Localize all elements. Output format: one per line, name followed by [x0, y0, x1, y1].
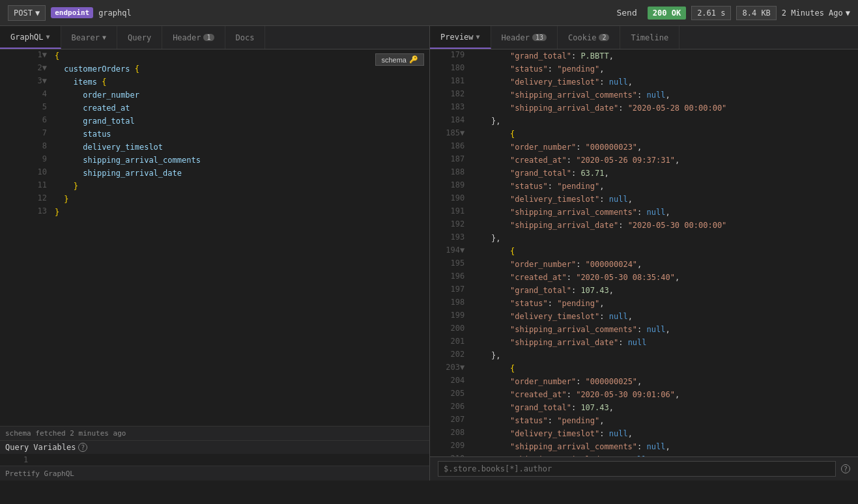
tab-timeline[interactable]: Timeline — [620, 26, 679, 49]
tab-preview[interactable]: Preview ▼ — [430, 26, 491, 49]
response-content[interactable]: 179 "grand_total": P.BBTT,180 "status": … — [430, 49, 858, 456]
response-line: 194▼ { — [430, 245, 858, 258]
response-line-number: 198 — [430, 297, 470, 310]
response-line-number: 185▼ — [430, 128, 470, 141]
bottom-help-icon[interactable]: ? — [841, 464, 850, 473]
response-line-number: 204 — [430, 375, 470, 388]
editor-area[interactable]: schema 🔑 1▼{2▼ customerOrders {3▼ items … — [0, 49, 429, 426]
response-line-code: "status": "pending", — [470, 63, 858, 76]
query-vars-help-icon[interactable]: ? — [78, 443, 87, 452]
response-line-code: }, — [470, 349, 858, 362]
line-code: grand_total — [52, 115, 429, 128]
response-line-number: 191 — [430, 206, 470, 219]
response-line-code: "order_number": "000000024", — [470, 258, 858, 271]
response-line: 202 }, — [430, 349, 858, 362]
tab-bearer[interactable]: Bearer ▼ — [61, 26, 117, 49]
tab-header[interactable]: Header 1 — [162, 26, 225, 49]
query-input[interactable] — [438, 461, 836, 477]
left-tab-bar: GraphQL ▼ Bearer ▼ Query Header 1 Docs — [0, 26, 429, 49]
response-line-code: "grand_total": 107.43, — [470, 401, 858, 414]
response-line-code: "status": "pending", — [470, 297, 858, 310]
tab-graphql-arrow-icon: ▼ — [46, 33, 50, 40]
response-line-code: "shipping_arrival_comments": null, — [470, 323, 858, 336]
response-line-number: 209 — [430, 440, 470, 453]
line-number: 5 — [0, 102, 52, 115]
response-line-code: "grand_total": P.BBTT, — [470, 49, 858, 63]
tab-header-right[interactable]: Header 13 — [491, 26, 558, 49]
editor-line: 2▼ customerOrders { — [0, 63, 429, 76]
response-line: 185▼ { — [430, 128, 858, 141]
line-number: 8 — [0, 141, 52, 154]
editor-line: 6 grand_total — [0, 115, 429, 128]
response-line-number: 200 — [430, 323, 470, 336]
response-line: 205 "created_at": "2020-05-30 09:01:06", — [430, 388, 858, 401]
response-line-number: 201 — [430, 336, 470, 349]
response-line: 180 "status": "pending", — [430, 63, 858, 76]
response-line-code: "delivery_timeslot": null, — [470, 76, 858, 89]
line-number: 10 — [0, 167, 52, 180]
line-code: status — [52, 128, 429, 141]
response-line-code: "shipping_arrival_comments": null, — [470, 440, 858, 453]
response-line-number: 194▼ — [430, 245, 470, 258]
line-number: 3▼ — [0, 76, 52, 89]
prettify-button[interactable]: Prettify GraphQL — [5, 469, 74, 478]
line-code: } — [52, 193, 429, 206]
endpoint-badge[interactable]: endpoint — [51, 7, 93, 18]
response-line: 181 "delivery_timeslot": null, — [430, 76, 858, 89]
response-line: 203▼ { — [430, 362, 858, 375]
header-badge: 1 — [203, 34, 214, 41]
response-line-number: 205 — [430, 388, 470, 401]
send-button[interactable]: Send — [611, 5, 642, 20]
editor-line: 3▼ items { — [0, 76, 429, 89]
response-line: 206 "grand_total": 107.43, — [430, 401, 858, 414]
line-number: 2▼ — [0, 63, 52, 76]
editor-line: 11 } — [0, 180, 429, 193]
response-line-code: "delivery_timeslot": null, — [470, 310, 858, 323]
time-ago-label: 2 Minutes Ago ▼ — [782, 8, 850, 18]
editor-line: 12 } — [0, 193, 429, 206]
tab-docs-label: Docs — [236, 33, 255, 42]
tab-graphql-label: GraphQL — [10, 33, 44, 42]
editor-line: 10 shipping_arrival_date — [0, 167, 429, 180]
method-selector[interactable]: POST ▼ — [8, 5, 46, 21]
response-line: 184 }, — [430, 115, 858, 128]
response-line-number: 187 — [430, 154, 470, 167]
query-var-line: 1 — [0, 454, 429, 466]
line-code: customerOrders { — [52, 63, 429, 76]
response-line: 208 "delivery_timeslot": null, — [430, 427, 858, 440]
url-text[interactable]: graphql — [98, 8, 132, 18]
tab-bearer-arrow-icon: ▼ — [102, 34, 106, 41]
response-line: 183 "shipping_arrival_date": "2020-05-28… — [430, 102, 858, 115]
response-line: 186 "order_number": "000000023", — [430, 141, 858, 154]
editor-line: 5 created_at — [0, 102, 429, 115]
time-ago-arrow-icon: ▼ — [846, 8, 850, 18]
response-line-number: 203▼ — [430, 362, 470, 375]
response-line: 196 "created_at": "2020-05-30 08:35:40", — [430, 271, 858, 284]
response-line-number: 181 — [430, 76, 470, 89]
tab-bearer-label: Bearer — [72, 33, 100, 42]
response-line-code: { — [470, 128, 858, 141]
tab-cookie[interactable]: Cookie 2 — [558, 26, 620, 49]
header-right-badge: 13 — [532, 34, 547, 41]
tab-query[interactable]: Query — [117, 26, 162, 49]
schema-button[interactable]: schema 🔑 — [375, 53, 424, 66]
line-number: 9 — [0, 154, 52, 167]
query-vars-bar[interactable]: Query Variables ? — [0, 440, 429, 454]
tab-docs[interactable]: Docs — [225, 26, 266, 49]
response-line: 193 }, — [430, 232, 858, 245]
response-line-code: "delivery_timeslot": null, — [470, 193, 858, 206]
tab-graphql[interactable]: GraphQL ▼ — [0, 26, 61, 49]
response-line-code: "status": "pending", — [470, 414, 858, 427]
response-line-number: 202 — [430, 349, 470, 362]
method-label: POST — [14, 8, 33, 18]
response-line-number: 179 — [430, 49, 470, 63]
line-code: delivery_timeslot — [52, 141, 429, 154]
response-line: 195 "order_number": "000000024", — [430, 258, 858, 271]
line-code: created_at — [52, 102, 429, 115]
response-line-code: "shipping_arrival_comments": null, — [470, 206, 858, 219]
line-code: shipping_arrival_comments — [52, 154, 429, 167]
response-line-code: "status": "pending", — [470, 180, 858, 193]
top-bar: POST ▼ endpoint graphql Send 200 OK 2.61… — [0, 0, 858, 26]
response-line-code: "order_number": "000000025", — [470, 375, 858, 388]
response-line-code: "shipping_arrival_comments": null, — [470, 89, 858, 102]
